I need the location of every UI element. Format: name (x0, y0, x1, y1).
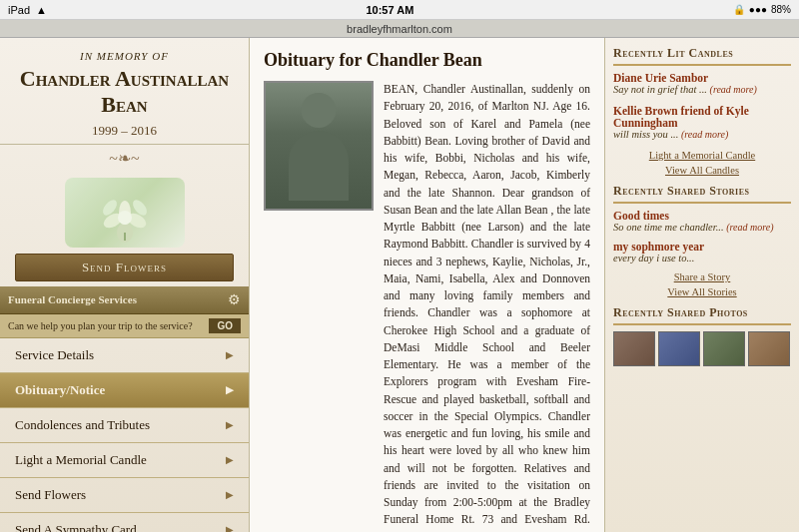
read-more-story-1[interactable]: (read more) (726, 222, 773, 233)
photo-thumb-2[interactable] (658, 331, 700, 366)
concierge-go-button[interactable]: GO (209, 318, 241, 333)
main-content: Obituary for Chandler Bean BEAN, Chandle… (250, 38, 604, 532)
deceased-name: Chandler Austinallan Bean (10, 66, 239, 119)
nav-condolences[interactable]: Condolences and Tributes ▶ (0, 408, 249, 443)
nav-send-flowers-label: Send Flowers (15, 487, 86, 503)
candle-item-1: Diane Urie Sambor Say not in grief that … (613, 72, 791, 95)
story-title-2[interactable]: my sophmore year (613, 241, 791, 253)
recently-shared-photos-section: Recently Shared Photos (613, 305, 791, 366)
candle-name-1[interactable]: Diane Urie Sambor (613, 72, 791, 84)
nav-sympathy-card[interactable]: Send A Sympathy Card ▶ (0, 513, 249, 532)
right-sidebar: Recently Lit Candles Diane Urie Sambor S… (604, 38, 799, 532)
light-memorial-candle-link[interactable]: Light a Memorial Candle (613, 150, 791, 161)
recently-shared-stories-title: Recently Shared Stories (613, 184, 791, 204)
svg-point-6 (118, 211, 132, 225)
photo-silhouette (266, 83, 372, 209)
nav-send-flowers[interactable]: Send Flowers ▶ (0, 478, 249, 513)
share-story-link[interactable]: Share a Story (613, 271, 791, 282)
obituary-title: Obituary for Chandler Bean (264, 50, 590, 71)
status-right: 🔒 ●●● 88% (733, 4, 791, 15)
concierge-help-text: Can we help you plan your trip to the se… (8, 320, 193, 331)
main-layout: In Memory of Chandler Austinallan Bean 1… (0, 38, 799, 532)
view-all-stories-link[interactable]: View All Stories (613, 286, 791, 297)
story-item-1: Good times So one time me chandler... (r… (613, 210, 791, 233)
send-flowers-sidebar-button[interactable]: Send Flowers (15, 254, 234, 281)
story-item-2: my sophmore year every day i use to... (613, 241, 791, 264)
navigation-menu: Service Details ▶ Obituary/Notice ▶ Cond… (0, 338, 249, 532)
obituary-photo (264, 81, 374, 211)
gear-icon: ⚙ (228, 291, 241, 308)
nav-light-candle-label: Light a Memorial Candle (15, 452, 147, 468)
nav-service-details[interactable]: Service Details ▶ (0, 338, 249, 373)
photo-thumb-1[interactable] (613, 331, 655, 366)
nav-candle-arrow-icon: ▶ (226, 454, 234, 465)
ipad-label: iPad (8, 4, 30, 16)
obituary-body: BEAN, Chandler Austinallan, suddenly on … (264, 81, 590, 532)
battery-label: 88% (771, 4, 791, 15)
story-text-2: every day i use to... (613, 253, 791, 264)
photo-thumb-4[interactable] (748, 331, 790, 366)
candle-item-2: Kellie Brown friend of Kyle Cunningham w… (613, 105, 791, 140)
deceased-years: 1999 – 2016 (10, 123, 239, 139)
status-left: iPad ▲ (8, 4, 47, 16)
url-display: bradleyfhmarlton.com (347, 23, 452, 35)
funeral-concierge-bar: Funeral Concierge Services ⚙ (0, 286, 249, 314)
nav-obituary-label: Obituary/Notice (15, 382, 105, 398)
story-title-1[interactable]: Good times (613, 210, 791, 222)
nav-sympathy-card-label: Send A Sympathy Card (15, 522, 137, 532)
story-text-1: So one time me chandler... (read more) (613, 222, 791, 233)
candle-text-1: Say not in grief that ... (read more) (613, 84, 791, 95)
candle-text-2: will miss you ... (read more) (613, 129, 791, 140)
view-all-candles-link[interactable]: View All Candles (613, 165, 791, 176)
flower-image-area (0, 172, 249, 254)
photo-thumbnails (613, 331, 791, 366)
in-memory-of-label: In Memory of (10, 50, 239, 62)
lock-icon: 🔒 (733, 4, 745, 15)
nav-arrow-icon: ▶ (226, 349, 234, 360)
nav-active-arrow-icon: ▶ (226, 384, 234, 395)
recently-lit-candles-title: Recently Lit Candles (613, 46, 791, 66)
photo-thumb-3[interactable] (703, 331, 745, 366)
ornament-divider: ~❧~ (0, 145, 249, 172)
status-bar: iPad ▲ 10:57 AM 🔒 ●●● 88% (0, 0, 799, 20)
nav-card-arrow-icon: ▶ (226, 524, 234, 532)
obituary-text: BEAN, Chandler Austinallan, suddenly on … (384, 81, 590, 532)
flower-svg (85, 183, 165, 243)
memorial-header: In Memory of Chandler Austinallan Bean 1… (0, 38, 249, 145)
nav-flowers-arrow-icon: ▶ (226, 489, 234, 500)
recently-shared-photos-title: Recently Shared Photos (613, 305, 791, 325)
nav-condolences-arrow-icon: ▶ (226, 419, 234, 430)
browser-bar: bradleyfhmarlton.com (0, 20, 799, 38)
nav-light-candle[interactable]: Light a Memorial Candle ▶ (0, 443, 249, 478)
flower-placeholder (65, 178, 185, 248)
concierge-sub-bar: Can we help you plan your trip to the se… (0, 314, 249, 338)
nav-condolences-label: Condolences and Tributes (15, 417, 150, 433)
nav-obituary-notice[interactable]: Obituary/Notice ▶ (0, 373, 249, 408)
nav-service-details-label: Service Details (15, 347, 94, 363)
read-more-candle-2[interactable]: (read more) (681, 129, 728, 140)
status-time: 10:57 AM (47, 4, 733, 16)
candle-name-2[interactable]: Kellie Brown friend of Kyle Cunningham (613, 105, 791, 129)
left-sidebar: In Memory of Chandler Austinallan Bean 1… (0, 38, 250, 532)
wifi-signal-icon: ●●● (749, 4, 767, 15)
funeral-concierge-label: Funeral Concierge Services (8, 293, 137, 305)
read-more-candle-1[interactable]: (read more) (710, 84, 757, 95)
wifi-icon: ▲ (36, 4, 47, 16)
